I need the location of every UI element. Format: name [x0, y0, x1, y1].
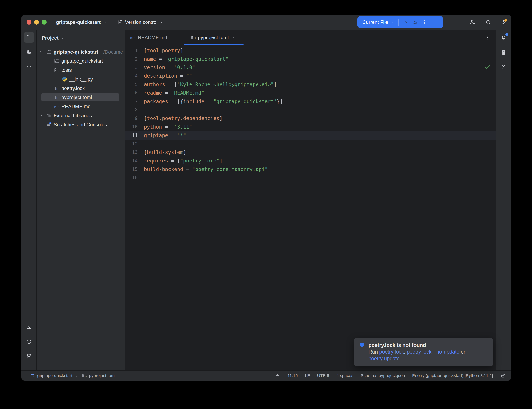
- tree-item-readme-md[interactable]: MREADME.md: [37, 102, 125, 111]
- code-text[interactable]: [tool.poetry]: [143, 47, 183, 53]
- code-line-7[interactable]: 7packages = [{include = "griptape_quicks…: [125, 97, 496, 106]
- tool-stripe-database-button[interactable]: [498, 47, 509, 58]
- database-icon: [501, 50, 506, 55]
- code-text[interactable]: name = "griptape-quickstart": [143, 56, 229, 62]
- project-selector[interactable]: griptape-quickstart: [56, 15, 107, 29]
- readonly-toggle[interactable]: [500, 373, 505, 378]
- tool-stripe-more-button[interactable]: [24, 62, 34, 72]
- line-number[interactable]: 3: [125, 65, 143, 70]
- line-number[interactable]: 14: [125, 158, 143, 163]
- line-number[interactable]: 9: [125, 115, 143, 121]
- code-text[interactable]: requires = ["poetry-core"]: [143, 158, 222, 164]
- chev-down-icon[interactable]: [47, 68, 51, 72]
- close-tab-icon[interactable]: [231, 35, 236, 40]
- code-line-16[interactable]: 16: [125, 173, 496, 182]
- code-line-6[interactable]: 6readme = "README.md": [125, 89, 496, 97]
- tool-stripe-problems-button[interactable]: [24, 336, 34, 347]
- more-run-actions-button[interactable]: [422, 19, 428, 25]
- notification-link-poetry-update[interactable]: poetry update: [368, 356, 400, 362]
- code-line-15[interactable]: 15build-backend = "poetry.core.masonry.a…: [125, 165, 496, 173]
- run-config-selector[interactable]: Current File: [362, 19, 388, 25]
- tree-item--init-py[interactable]: __init__.py: [37, 74, 125, 84]
- code-text[interactable]: description = "": [143, 73, 192, 79]
- tree-item-pyproject-toml[interactable]: [T]pyproject.toml: [37, 93, 125, 102]
- tool-stripe-terminal-button[interactable]: [24, 322, 34, 332]
- tool-stripe-ai-button[interactable]: [498, 62, 509, 73]
- code-text[interactable]: griptape = "*": [143, 132, 186, 138]
- tab-options-icon[interactable]: [485, 35, 490, 40]
- close-window-button[interactable]: [27, 20, 31, 25]
- tree-item-griptape-quickstart[interactable]: griptape_quickstart: [37, 56, 125, 65]
- breadcrumb-file[interactable]: [T]pyproject.toml: [82, 373, 116, 378]
- code-line-11[interactable]: 11griptape = "*": [125, 131, 496, 139]
- code-line-4[interactable]: 4description = "": [125, 72, 496, 80]
- run-button[interactable]: [403, 19, 409, 25]
- ai-assistant-status[interactable]: [275, 373, 280, 378]
- code-text[interactable]: packages = [{include = "griptape_quickst…: [143, 98, 283, 104]
- line-number[interactable]: 16: [125, 175, 143, 180]
- notification-link-poetry-lock[interactable]: poetry lock: [379, 349, 404, 355]
- line-number[interactable]: 2: [125, 56, 143, 62]
- code-line-12[interactable]: 12: [125, 139, 496, 148]
- chev-right-icon[interactable]: [39, 113, 44, 118]
- line-number[interactable]: 8: [125, 107, 143, 112]
- debug-button[interactable]: [412, 19, 418, 25]
- code-text[interactable]: authors = ["Kyle Roche <hello@griptape.a…: [143, 81, 277, 87]
- settings-button[interactable]: [500, 19, 507, 25]
- file-encoding[interactable]: UTF-8: [317, 373, 329, 378]
- tree-item-poetry-lock[interactable]: [T]poetry.lock: [37, 84, 125, 93]
- line-number[interactable]: 7: [125, 99, 143, 104]
- code-text[interactable]: version = "0.1.0": [143, 64, 195, 70]
- tool-stripe-git-branch-button[interactable]: [24, 351, 34, 362]
- code-text[interactable]: [tool.poetry.dependencies]: [143, 115, 222, 121]
- code-line-10[interactable]: 10python = "^3.11": [125, 122, 496, 131]
- tool-stripe-bell-button[interactable]: [498, 32, 509, 43]
- zoom-window-button[interactable]: [42, 20, 46, 25]
- python-interpreter[interactable]: Poetry (griptape-quickstart) [Python 3.1…: [412, 373, 493, 378]
- inspections-ok-icon[interactable]: [484, 64, 491, 70]
- code-line-8[interactable]: 8: [125, 106, 496, 114]
- tab-readme-md[interactable]: MREADME.md: [125, 30, 183, 45]
- cursor-position[interactable]: 11:15: [287, 373, 298, 378]
- tree-item-scratches-and-consoles[interactable]: Scratches and Consoles: [37, 120, 125, 129]
- code-text[interactable]: python = "^3.11": [143, 124, 192, 130]
- line-number[interactable]: 13: [125, 149, 143, 155]
- line-number[interactable]: 5: [125, 82, 143, 87]
- project-panel-header[interactable]: Project: [42, 35, 64, 41]
- line-number[interactable]: 6: [125, 90, 143, 96]
- line-number[interactable]: 10: [125, 124, 143, 130]
- tab-pyproject-toml[interactable]: [T]pyproject.toml: [183, 30, 244, 45]
- code-text[interactable]: build-backend = "poetry.core.masonry.api…: [143, 166, 268, 172]
- line-number[interactable]: 15: [125, 167, 143, 172]
- code-line-3[interactable]: 3version = "0.1.0": [125, 63, 496, 72]
- vcs-selector[interactable]: Version control: [117, 15, 164, 29]
- code-line-9[interactable]: 9[tool.poetry.dependencies]: [125, 114, 496, 122]
- line-number[interactable]: 1: [125, 48, 143, 53]
- code-line-2[interactable]: 2name = "griptape-quickstart": [125, 55, 496, 63]
- chev-right-icon[interactable]: [47, 59, 51, 63]
- tool-stripe-structure-button[interactable]: [24, 47, 34, 57]
- code-with-me-icon[interactable]: [469, 19, 476, 25]
- chev-down-icon[interactable]: [39, 50, 44, 54]
- code-editor[interactable]: 1[tool.poetry]2name = "griptape-quicksta…: [125, 46, 496, 370]
- line-number[interactable]: 12: [125, 141, 143, 147]
- json-schema[interactable]: Schema: pyproject.json: [361, 373, 405, 378]
- line-separator[interactable]: LF: [305, 373, 310, 378]
- tool-stripe-folder-button[interactable]: [24, 32, 34, 43]
- breadcrumb-project[interactable]: griptape-quickstart: [30, 373, 72, 378]
- line-number[interactable]: 11: [125, 132, 143, 138]
- code-text[interactable]: [build-system]: [143, 149, 186, 155]
- code-text[interactable]: readme = "README.md": [143, 90, 204, 96]
- tree-item-external-libraries[interactable]: External Libraries: [37, 111, 125, 120]
- indent-style[interactable]: 4 spaces: [336, 373, 353, 378]
- code-line-5[interactable]: 5authors = ["Kyle Roche <hello@griptape.…: [125, 80, 496, 89]
- search-everywhere-icon[interactable]: [485, 19, 491, 25]
- code-line-13[interactable]: 13[build-system]: [125, 148, 496, 157]
- tree-item-tests[interactable]: tests: [37, 65, 125, 74]
- code-line-14[interactable]: 14requires = ["poetry-core"]: [125, 156, 496, 165]
- notification-link-poetry-lock-no-update[interactable]: poetry lock --no-update: [407, 349, 459, 355]
- minimize-window-button[interactable]: [34, 20, 39, 25]
- tree-item-griptape-quickstart[interactable]: griptape-quickstart~/Docume: [37, 47, 125, 56]
- line-number[interactable]: 4: [125, 73, 143, 79]
- code-line-1[interactable]: 1[tool.poetry]: [125, 46, 496, 55]
